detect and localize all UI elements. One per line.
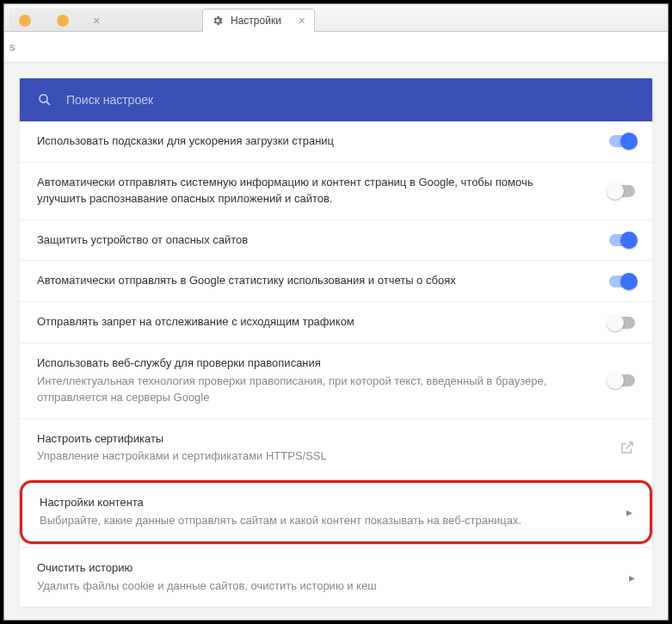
- row-subtitle: Управление настройками и сертификатами H…: [37, 448, 552, 465]
- chevron-right-icon: ▸: [626, 505, 632, 519]
- row-title: Использовать веб-службу для проверки пра…: [37, 355, 552, 372]
- settings-content: Поиск настроек Использовать подсказки дл…: [4, 63, 668, 620]
- row-subtitle: Интеллектуальная технология проверки пра…: [37, 374, 552, 406]
- toggle-preload[interactable]: [609, 135, 635, 147]
- chevron-right-icon: ▸: [629, 571, 635, 584]
- address-fragment: s: [9, 40, 15, 53]
- row-preload: Использовать подсказки для ускорения заг…: [20, 121, 652, 162]
- row-clear-browsing-data[interactable]: Очистить историю Удалить файлы cookie и …: [20, 547, 652, 607]
- tab-settings[interactable]: Настройки ×: [202, 9, 315, 31]
- row-title: Использовать подсказки для ускорения заг…: [37, 133, 552, 150]
- close-icon[interactable]: ×: [93, 15, 100, 27]
- search-icon: [37, 92, 52, 108]
- row-spellcheck-service: Использовать веб-службу для проверки пра…: [20, 343, 652, 418]
- toggle-spellcheck-service[interactable]: [609, 374, 635, 386]
- row-safe-browsing: Защитить устройство от опасных сайтов: [20, 219, 652, 261]
- row-title: Автоматически отправлять в Google статис…: [37, 273, 552, 289]
- toggle-do-not-track[interactable]: [609, 317, 635, 329]
- row-subtitle: Удалить файлы cookie и данные сайтов, оч…: [37, 578, 552, 595]
- row-usage-stats: Автоматически отправлять в Google статис…: [20, 260, 652, 301]
- row-manage-certificates[interactable]: Настроить сертификаты Управление настрой…: [20, 418, 652, 478]
- tab-strip: × Настройки ×: [4, 4, 668, 32]
- row-title: Настроить сертификаты: [37, 431, 552, 448]
- close-icon[interactable]: ×: [299, 15, 305, 27]
- section-passwords-forms: Пароли и формы: [20, 607, 652, 620]
- tab-inactive-1[interactable]: [9, 9, 47, 31]
- row-content-settings[interactable]: Настройки контента Выбирайте, какие данн…: [22, 483, 650, 541]
- row-title: Автоматически отправлять системную инфор…: [37, 175, 552, 207]
- row-title: Очистить историю: [37, 560, 552, 577]
- favicon-icon: [19, 15, 31, 27]
- privacy-card: Использовать подсказки для ускорения заг…: [20, 121, 652, 607]
- row-title: Отправлять запрет на отслеживание с исхо…: [37, 314, 552, 331]
- toggle-send-system-info[interactable]: [609, 185, 635, 197]
- favicon-icon: [57, 15, 69, 27]
- gear-icon: [212, 15, 224, 27]
- tab-inactive-2[interactable]: ×: [47, 9, 202, 31]
- row-title: Защитить устройство от опасных сайтов: [37, 232, 552, 249]
- browser-window: × Настройки × s Поиск настроек: [3, 3, 669, 621]
- row-do-not-track: Отправлять запрет на отслеживание с исхо…: [20, 301, 652, 343]
- settings-search[interactable]: Поиск настроек: [20, 78, 652, 121]
- toggle-safe-browsing[interactable]: [609, 234, 635, 246]
- row-title: Настройки контента: [40, 495, 550, 511]
- svg-point-0: [40, 95, 47, 102]
- row-send-system-info: Автоматически отправлять системную инфор…: [20, 162, 652, 219]
- svg-line-1: [46, 102, 50, 105]
- toggle-usage-stats[interactable]: [609, 275, 635, 287]
- tab-label: Настройки: [231, 15, 281, 27]
- address-bar[interactable]: s: [4, 32, 668, 63]
- highlight-content-settings: Настройки контента Выбирайте, какие данн…: [20, 480, 652, 544]
- external-link-icon: [604, 440, 635, 455]
- row-subtitle: Выбирайте, какие данные отправлять сайта…: [40, 513, 550, 529]
- search-placeholder: Поиск настроек: [66, 93, 153, 107]
